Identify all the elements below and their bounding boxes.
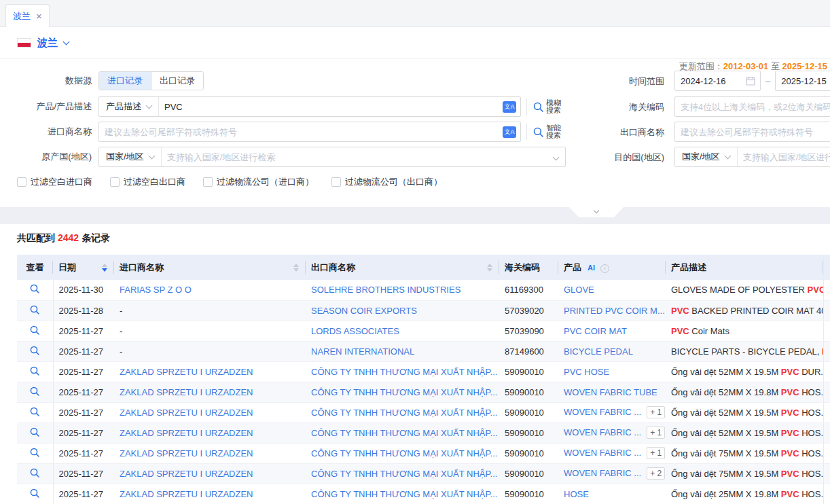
product-link[interactable]: WOVEN FABRIC ... bbox=[564, 407, 641, 417]
product-link[interactable]: WOVEN FABRIC ... bbox=[564, 448, 641, 458]
search-icon bbox=[29, 325, 40, 336]
description-cell: BICYCLE PARTS - BICYCLE PEDAL, PVC bbox=[666, 341, 823, 361]
exporter-link[interactable]: CÔNG TY TNHH THƯƠNG MẠI XUẤT NHẬP... bbox=[311, 428, 497, 438]
more-products-badge[interactable]: + 1 bbox=[647, 427, 665, 439]
overflow-cell bbox=[823, 382, 830, 402]
checkbox-icon[interactable] bbox=[17, 177, 26, 187]
date-from-input[interactable] bbox=[675, 72, 746, 90]
checkbox-icon[interactable] bbox=[110, 177, 120, 187]
importer-link[interactable]: ZAKLAD SPRZETU I URZADZEN bbox=[120, 469, 253, 479]
view-record-button[interactable] bbox=[29, 488, 40, 501]
date-to-input[interactable] bbox=[776, 72, 830, 90]
view-record-button[interactable] bbox=[29, 447, 40, 460]
view-record-button[interactable] bbox=[29, 467, 40, 480]
match-count: 2442 bbox=[58, 232, 79, 243]
product-link[interactable]: GLOVE bbox=[564, 285, 594, 295]
product-cell: BICYCLE PEDAL bbox=[558, 341, 666, 361]
exporter-link[interactable]: CÔNG TY TNHH THƯƠNG MẠI XUẤT NHẬP... bbox=[311, 367, 497, 377]
more-products-badge[interactable]: + 1 bbox=[647, 447, 665, 459]
chevron-down-icon bbox=[724, 152, 731, 159]
importer-link[interactable]: ZAKLAD SPRZETU I URZADZEN bbox=[120, 387, 253, 397]
hs-code-input[interactable] bbox=[675, 98, 830, 115]
date-cell: 2025-11-27 bbox=[53, 382, 114, 402]
exporter-input[interactable] bbox=[675, 123, 830, 141]
view-record-button[interactable] bbox=[29, 304, 40, 317]
column-description: 产品描述 bbox=[666, 255, 823, 280]
hs-code-cell: 59090010 bbox=[499, 484, 558, 504]
importer-link[interactable]: ZAKLAD SPRZETU I URZADZEN bbox=[120, 367, 253, 377]
hs-code-label: 海关编码 bbox=[0, 101, 664, 113]
sort-icon-exporter[interactable] bbox=[487, 264, 494, 272]
product-link[interactable]: PVC HOSE bbox=[564, 367, 609, 377]
filter-blank-importer[interactable]: 过滤空白进口商 bbox=[17, 176, 92, 188]
exporter-cell: SEASON COIR EXPORTS bbox=[306, 300, 499, 321]
importer-link[interactable]: ZAKLAD SPRZETU I URZADZEN bbox=[120, 489, 253, 499]
column-exporter[interactable]: 出口商名称 bbox=[306, 255, 499, 280]
product-cell: WOVEN FABRIC ...+ 1 bbox=[558, 402, 666, 422]
hs-code-field[interactable] bbox=[674, 96, 830, 117]
view-record-button[interactable] bbox=[29, 406, 40, 419]
checkbox-icon[interactable] bbox=[203, 177, 213, 187]
exporter-link[interactable]: CÔNG TY TNHH THƯƠNG MẠI XUẤT NHẬP... bbox=[311, 489, 497, 499]
exporter-link[interactable]: SOLEHRE BROTHERS INDUSTRIES bbox=[311, 285, 461, 295]
view-cell bbox=[17, 280, 53, 300]
product-link[interactable]: BICYCLE PEDAL bbox=[564, 346, 633, 357]
info-icon[interactable]: i bbox=[600, 264, 609, 273]
importer-link[interactable]: ZAKLAD SPRZETU I URZADZEN bbox=[120, 448, 253, 458]
exporter-field[interactable] bbox=[674, 122, 830, 142]
view-record-button[interactable] bbox=[29, 345, 40, 358]
time-range-label: 时间范围 bbox=[0, 75, 664, 88]
view-record-button[interactable] bbox=[29, 386, 40, 399]
summary-prefix: 共匹配到 bbox=[17, 232, 55, 243]
tab-bar: 波兰 × bbox=[0, 0, 830, 27]
exporter-link[interactable]: LORDS ASSOCIATES bbox=[311, 326, 399, 336]
sort-icon-importer[interactable] bbox=[293, 264, 300, 272]
checkbox-icon[interactable] bbox=[331, 177, 341, 187]
product-link[interactable]: PVC COIR MAT bbox=[564, 326, 627, 336]
description-cell: PVC BACKED PRINTED COIR MAT 40... bbox=[666, 300, 823, 321]
tab-poland[interactable]: 波兰 × bbox=[5, 4, 50, 27]
view-record-button[interactable] bbox=[29, 283, 40, 296]
country-name[interactable]: 波兰 bbox=[37, 37, 58, 50]
filter-logistics-importer[interactable]: 过滤物流公司（进口商） bbox=[203, 176, 314, 188]
collapse-form-button[interactable] bbox=[569, 207, 624, 217]
more-products-badge[interactable]: + 1 bbox=[647, 406, 665, 418]
view-record-button[interactable] bbox=[29, 365, 40, 378]
product-link[interactable]: PRINTED PVC COIR M... bbox=[564, 306, 665, 316]
importer-link[interactable]: ZAKLAD SPRZETU I URZADZEN bbox=[120, 428, 253, 438]
column-importer[interactable]: 进口商名称 bbox=[114, 255, 306, 280]
exporter-link[interactable]: NAREN INTERNATIONAL bbox=[311, 346, 414, 357]
view-cell bbox=[17, 443, 53, 463]
exporter-link[interactable]: CÔNG TY TNHH THƯƠNG MẠI XUẤT NHẬP... bbox=[311, 469, 497, 479]
importer-link[interactable]: ZAKLAD SPRZETU I URZADZEN bbox=[120, 408, 253, 418]
date-from-field[interactable] bbox=[674, 71, 761, 91]
filter-logistics-exporter[interactable]: 过滤物流公司（出口商） bbox=[331, 176, 442, 188]
column-view: 查看 bbox=[17, 255, 53, 280]
column-date[interactable]: 日期 bbox=[53, 255, 114, 280]
close-icon[interactable]: × bbox=[36, 11, 42, 21]
exporter-cell: CÔNG TY TNHH THƯƠNG MẠI XUẤT NHẬP... bbox=[306, 463, 499, 484]
product-cell: PVC COIR MAT bbox=[558, 321, 666, 341]
importer-link[interactable]: FARIAS SP Z O O bbox=[120, 285, 192, 295]
product-link[interactable]: WOVEN FABRIC TUBE bbox=[564, 387, 657, 397]
sort-icon-date[interactable] bbox=[102, 264, 109, 272]
view-record-button[interactable] bbox=[29, 325, 40, 338]
product-link[interactable]: WOVEN FABRIC ... bbox=[564, 427, 641, 437]
hs-code-cell: 59090010 bbox=[499, 463, 558, 484]
exporter-link[interactable]: CÔNG TY TNHH THƯƠNG MẠI XUẤT NHẬP... bbox=[311, 448, 497, 458]
product-link[interactable]: WOVEN FABRIC ... bbox=[564, 468, 641, 478]
more-products-badge[interactable]: + 2 bbox=[647, 467, 665, 480]
exporter-link[interactable]: CÔNG TY TNHH THƯƠNG MẠI XUẤT NHẬP... bbox=[311, 408, 497, 418]
date-to-field[interactable] bbox=[775, 71, 830, 91]
exporter-link[interactable]: CÔNG TY TNHH THƯƠNG MẠI XUẤT NHẬP... bbox=[311, 387, 497, 397]
destination-country-select[interactable]: 国家/地区 bbox=[675, 147, 738, 166]
chevron-down-icon[interactable] bbox=[63, 38, 70, 45]
exporter-link[interactable]: SEASON COIR EXPORTS bbox=[311, 306, 417, 316]
importer-cell: ZAKLAD SPRZETU I URZADZEN bbox=[114, 484, 306, 504]
filter-blank-exporter[interactable]: 过滤空白出口商 bbox=[110, 176, 185, 188]
view-record-button[interactable] bbox=[29, 427, 40, 439]
product-link[interactable]: HOSE bbox=[564, 489, 589, 499]
search-icon bbox=[29, 386, 40, 397]
product-cell: WOVEN FABRIC ...+ 1 bbox=[558, 422, 666, 443]
destination-country-input[interactable] bbox=[738, 148, 830, 166]
